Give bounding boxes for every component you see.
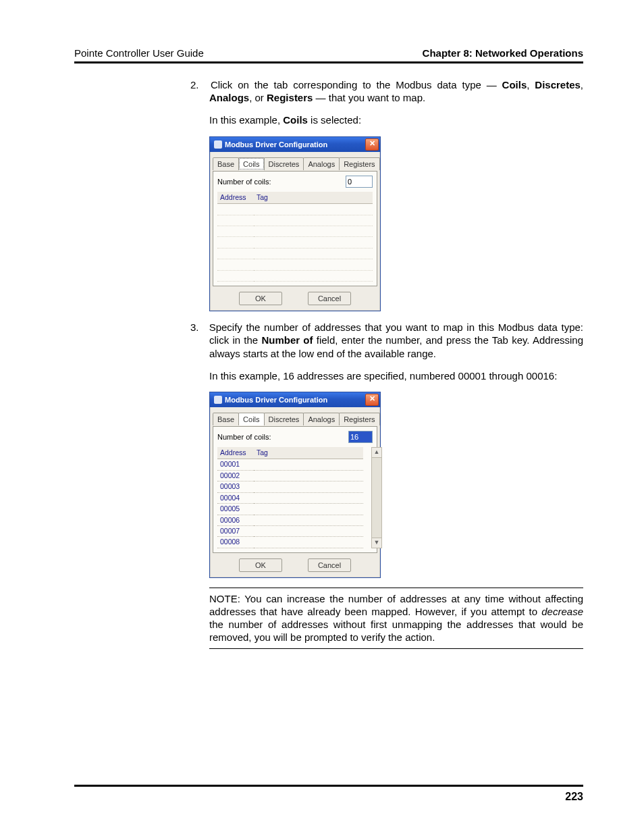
dialog-title-2: Modbus Driver Configuration — [225, 395, 327, 405]
step-2-bold-registers: Registers — [267, 92, 313, 103]
tab-base[interactable]: Base — [213, 413, 239, 425]
tab-discretes[interactable]: Discretes — [264, 157, 304, 170]
header-right: Chapter 8: Networked Operations — [423, 47, 583, 59]
tab-coils[interactable]: Coils — [238, 157, 264, 170]
tab-analogs[interactable]: Analogs — [303, 157, 340, 170]
tab-base[interactable]: Base — [213, 157, 239, 170]
number-of-label: Number of coils: — [217, 177, 271, 186]
step-2: 2. Click on the tab corresponding to the… — [209, 78, 583, 104]
step-2-follow: In this example, Coils is selected: — [209, 113, 583, 126]
address-table-empty: Address Tag .. .. .. .. .. .. .. — [217, 192, 373, 282]
dialog-modbus-2: Modbus Driver Configuration ✕ Base Coils… — [209, 392, 381, 578]
step-2-text-a: Click on the tab corresponding to the Mo… — [211, 79, 502, 90]
step-3: 3. Specify the number of addresses that … — [209, 321, 583, 360]
table-row: 00003 — [217, 481, 363, 492]
table-row: 00001 — [217, 459, 363, 470]
app-icon — [214, 140, 222, 149]
scroll-down-icon[interactable]: ▼ — [372, 538, 381, 548]
close-icon[interactable]: ✕ — [365, 394, 379, 406]
scrollbar[interactable]: ▲ ▼ — [371, 447, 382, 548]
close-icon[interactable]: ✕ — [365, 138, 379, 151]
step-3-follow: In this example, 16 addresses are specif… — [209, 369, 583, 382]
table-row: 00008 — [217, 537, 363, 548]
dialog-titlebar[interactable]: Modbus Driver Configuration ✕ — [210, 137, 380, 152]
dialog-titlebar-2[interactable]: Modbus Driver Configuration ✕ — [210, 392, 380, 407]
tab-registers[interactable]: Registers — [339, 157, 379, 170]
cancel-button[interactable]: Cancel — [308, 292, 351, 305]
tab-registers[interactable]: Registers — [339, 413, 379, 425]
footer-rule — [74, 785, 583, 787]
step-3-bold-number-of: Number of — [261, 334, 313, 346]
dialog-title: Modbus Driver Configuration — [225, 140, 327, 149]
ok-button[interactable]: OK — [239, 558, 282, 572]
page-header: Pointe Controller User Guide Chapter 8: … — [74, 47, 583, 61]
header-left: Pointe Controller User Guide — [74, 47, 204, 59]
tab-coils[interactable]: Coils — [238, 413, 264, 425]
cancel-button[interactable]: Cancel — [308, 558, 351, 572]
table-row: 00004 — [217, 492, 363, 503]
scroll-up-icon[interactable]: ▲ — [372, 448, 381, 458]
dialog-modbus-1: Modbus Driver Configuration ✕ Base Coils… — [209, 136, 381, 312]
note-text-a: NOTE: You can increase the number of add… — [209, 593, 583, 617]
ok-button[interactable]: OK — [239, 292, 282, 305]
page-number: 223 — [565, 791, 583, 803]
step-2-number: 2. — [190, 78, 205, 91]
table-row: 00005 — [217, 504, 363, 515]
app-icon — [214, 396, 222, 404]
note-text-italic: decrease — [541, 606, 583, 617]
step-3-number: 3. — [190, 321, 205, 334]
col-tag: Tag — [254, 447, 363, 459]
col-tag: Tag — [254, 192, 373, 204]
address-table[interactable]: Address Tag 00001 00002 00003 00004 0000… — [217, 447, 363, 548]
step-2-bold-analogs: Analogs — [209, 92, 249, 103]
note-text-b: the number of addresses without first un… — [209, 619, 583, 643]
step-2-bold-coils: Coils — [502, 79, 527, 90]
col-address: Address — [217, 192, 254, 204]
table-row: 00006 — [217, 515, 363, 525]
tab-analogs[interactable]: Analogs — [303, 413, 340, 425]
number-of-input-2[interactable] — [348, 431, 373, 443]
header-rule — [74, 61, 583, 63]
col-address: Address — [217, 447, 254, 459]
note-box: NOTE: You can increase the number of add… — [209, 588, 583, 649]
table-row: 00002 — [217, 470, 363, 481]
dialog-tabs: Base Coils Discretes Analogs Registers — [213, 155, 377, 170]
step-2-bold-discretes: Discretes — [535, 79, 581, 90]
tab-discretes[interactable]: Discretes — [264, 413, 304, 425]
table-row: 00007 — [217, 526, 363, 537]
dialog-tabs-2: Base Coils Discretes Analogs Registers — [213, 410, 377, 425]
number-of-input[interactable] — [346, 176, 373, 188]
number-of-label-2: Number of coils: — [217, 432, 271, 442]
